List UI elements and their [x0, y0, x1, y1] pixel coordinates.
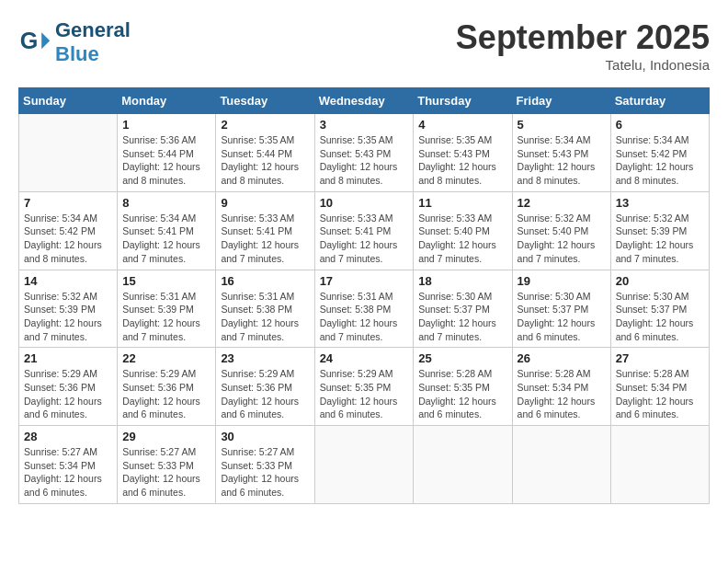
logo-general-text: General: [55, 18, 131, 41]
calendar-table: SundayMondayTuesdayWednesdayThursdayFrid…: [18, 87, 710, 504]
day-number: 24: [320, 351, 409, 365]
calendar-cell: 23Sunrise: 5:29 AM Sunset: 5:36 PM Dayli…: [216, 348, 314, 426]
calendar-cell: 11Sunrise: 5:33 AM Sunset: 5:40 PM Dayli…: [414, 191, 512, 270]
day-info: Sunrise: 5:28 AM Sunset: 5:35 PM Dayligh…: [418, 367, 506, 421]
week-row-4: 21Sunrise: 5:29 AM Sunset: 5:36 PM Dayli…: [19, 348, 710, 426]
day-info: Sunrise: 5:31 AM Sunset: 5:39 PM Dayligh…: [122, 290, 210, 344]
day-number: 29: [122, 430, 210, 443]
calendar-cell: 4Sunrise: 5:35 AM Sunset: 5:43 PM Daylig…: [414, 114, 512, 192]
day-info: Sunrise: 5:30 AM Sunset: 5:37 PM Dayligh…: [616, 290, 704, 344]
day-number: 21: [24, 351, 112, 365]
day-info: Sunrise: 5:29 AM Sunset: 5:35 PM Dayligh…: [320, 367, 409, 421]
day-info: Sunrise: 5:35 AM Sunset: 5:43 PM Dayligh…: [418, 133, 506, 188]
day-info: Sunrise: 5:27 AM Sunset: 5:33 PM Dayligh…: [221, 445, 309, 500]
calendar-cell: 13Sunrise: 5:32 AM Sunset: 5:39 PM Dayli…: [610, 191, 709, 270]
calendar-cell: 10Sunrise: 5:33 AM Sunset: 5:41 PM Dayli…: [314, 191, 414, 270]
day-info: Sunrise: 5:29 AM Sunset: 5:36 PM Dayligh…: [221, 367, 309, 421]
day-info: Sunrise: 5:29 AM Sunset: 5:36 PM Dayligh…: [122, 367, 210, 421]
day-number: 7: [24, 196, 112, 210]
logo-blue-text: Blue: [55, 42, 99, 65]
calendar-cell: 9Sunrise: 5:33 AM Sunset: 5:41 PM Daylig…: [216, 191, 314, 270]
day-number: 16: [221, 274, 309, 288]
day-number: 27: [616, 351, 704, 365]
calendar-cell: [314, 426, 414, 504]
day-info: Sunrise: 5:32 AM Sunset: 5:39 PM Dayligh…: [616, 212, 704, 266]
day-info: Sunrise: 5:32 AM Sunset: 5:39 PM Dayligh…: [24, 290, 112, 344]
day-info: Sunrise: 5:31 AM Sunset: 5:38 PM Dayligh…: [221, 290, 309, 344]
logo-icon: G: [18, 26, 51, 59]
month-title: September 2025: [456, 18, 710, 57]
calendar-cell: 8Sunrise: 5:34 AM Sunset: 5:41 PM Daylig…: [118, 191, 216, 270]
day-info: Sunrise: 5:28 AM Sunset: 5:34 PM Dayligh…: [616, 367, 704, 421]
day-number: 20: [616, 274, 704, 288]
weekday-header-saturday: Saturday: [610, 88, 709, 114]
day-number: 14: [24, 274, 112, 288]
day-number: 19: [518, 274, 606, 288]
day-number: 22: [122, 351, 210, 365]
calendar-cell: 5Sunrise: 5:34 AM Sunset: 5:43 PM Daylig…: [512, 114, 610, 192]
day-number: 5: [518, 118, 606, 132]
calendar-cell: 24Sunrise: 5:29 AM Sunset: 5:35 PM Dayli…: [314, 348, 414, 426]
day-info: Sunrise: 5:35 AM Sunset: 5:43 PM Dayligh…: [320, 133, 409, 188]
weekday-header-wednesday: Wednesday: [314, 88, 414, 114]
day-number: 15: [122, 274, 210, 288]
day-number: 13: [616, 196, 704, 210]
day-number: 17: [320, 274, 409, 288]
calendar-cell: 19Sunrise: 5:30 AM Sunset: 5:37 PM Dayli…: [512, 270, 610, 348]
location-subtitle: Tatelu, Indonesia: [456, 57, 710, 73]
day-number: 8: [122, 196, 210, 210]
calendar-cell: [512, 426, 610, 504]
day-info: Sunrise: 5:35 AM Sunset: 5:44 PM Dayligh…: [221, 133, 309, 188]
calendar-cell: 16Sunrise: 5:31 AM Sunset: 5:38 PM Dayli…: [216, 270, 314, 348]
weekday-header-sunday: Sunday: [19, 88, 118, 114]
day-number: 6: [616, 118, 704, 132]
calendar-cell: 30Sunrise: 5:27 AM Sunset: 5:33 PM Dayli…: [216, 426, 314, 504]
day-number: 10: [320, 196, 409, 210]
calendar-cell: 14Sunrise: 5:32 AM Sunset: 5:39 PM Dayli…: [19, 270, 118, 348]
calendar-cell: 7Sunrise: 5:34 AM Sunset: 5:42 PM Daylig…: [19, 191, 118, 270]
calendar-cell: 20Sunrise: 5:30 AM Sunset: 5:37 PM Dayli…: [610, 270, 709, 348]
day-number: 26: [518, 351, 606, 365]
calendar-cell: 1Sunrise: 5:36 AM Sunset: 5:44 PM Daylig…: [118, 114, 216, 192]
day-info: Sunrise: 5:34 AM Sunset: 5:43 PM Dayligh…: [518, 133, 606, 188]
weekday-header-tuesday: Tuesday: [216, 88, 314, 114]
day-number: 11: [418, 196, 506, 210]
calendar-cell: 29Sunrise: 5:27 AM Sunset: 5:33 PM Dayli…: [118, 426, 216, 504]
day-info: Sunrise: 5:33 AM Sunset: 5:41 PM Dayligh…: [221, 212, 309, 266]
calendar-cell: [610, 426, 709, 504]
weekday-header-thursday: Thursday: [414, 88, 512, 114]
day-number: 12: [518, 196, 606, 210]
day-info: Sunrise: 5:34 AM Sunset: 5:42 PM Dayligh…: [616, 133, 704, 188]
day-number: 28: [24, 430, 112, 443]
calendar-cell: 28Sunrise: 5:27 AM Sunset: 5:34 PM Dayli…: [19, 426, 118, 504]
calendar-cell: 27Sunrise: 5:28 AM Sunset: 5:34 PM Dayli…: [610, 348, 709, 426]
logo: G General Blue: [18, 18, 131, 66]
day-info: Sunrise: 5:34 AM Sunset: 5:42 PM Dayligh…: [24, 212, 112, 266]
page-header: G General Blue September 2025 Tatelu, In…: [18, 18, 710, 73]
title-block: September 2025 Tatelu, Indonesia: [456, 18, 710, 73]
day-number: 23: [221, 351, 309, 365]
week-row-3: 14Sunrise: 5:32 AM Sunset: 5:39 PM Dayli…: [19, 270, 710, 348]
day-info: Sunrise: 5:28 AM Sunset: 5:34 PM Dayligh…: [518, 367, 606, 421]
calendar-cell: [19, 114, 118, 192]
week-row-1: 1Sunrise: 5:36 AM Sunset: 5:44 PM Daylig…: [19, 114, 710, 192]
calendar-cell: 21Sunrise: 5:29 AM Sunset: 5:36 PM Dayli…: [19, 348, 118, 426]
day-number: 4: [418, 118, 506, 132]
svg-marker-1: [41, 32, 50, 49]
calendar-cell: 26Sunrise: 5:28 AM Sunset: 5:34 PM Dayli…: [512, 348, 610, 426]
day-number: 30: [221, 430, 309, 443]
day-number: 1: [122, 118, 210, 132]
day-info: Sunrise: 5:32 AM Sunset: 5:40 PM Dayligh…: [518, 212, 606, 266]
day-info: Sunrise: 5:30 AM Sunset: 5:37 PM Dayligh…: [418, 290, 506, 344]
week-row-5: 28Sunrise: 5:27 AM Sunset: 5:34 PM Dayli…: [19, 426, 710, 504]
calendar-cell: 6Sunrise: 5:34 AM Sunset: 5:42 PM Daylig…: [610, 114, 709, 192]
calendar-cell: 12Sunrise: 5:32 AM Sunset: 5:40 PM Dayli…: [512, 191, 610, 270]
weekday-header-row: SundayMondayTuesdayWednesdayThursdayFrid…: [19, 88, 710, 114]
weekday-header-friday: Friday: [512, 88, 610, 114]
day-number: 25: [418, 351, 506, 365]
day-info: Sunrise: 5:34 AM Sunset: 5:41 PM Dayligh…: [122, 212, 210, 266]
week-row-2: 7Sunrise: 5:34 AM Sunset: 5:42 PM Daylig…: [19, 191, 710, 270]
calendar-cell: [414, 426, 512, 504]
day-info: Sunrise: 5:33 AM Sunset: 5:41 PM Dayligh…: [320, 212, 409, 266]
calendar-cell: 25Sunrise: 5:28 AM Sunset: 5:35 PM Dayli…: [414, 348, 512, 426]
